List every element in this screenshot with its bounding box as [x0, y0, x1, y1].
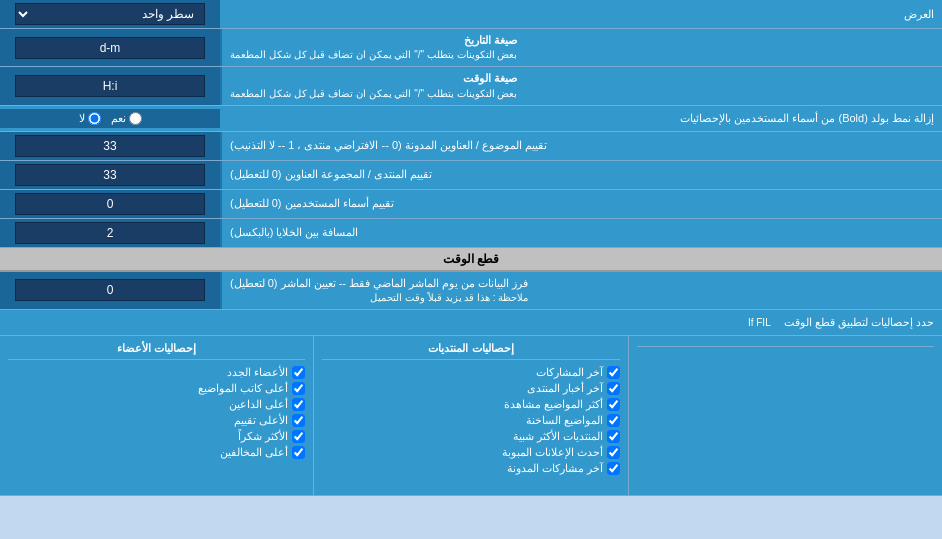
checkbox-forum-news: آخر أخبار المنتدى: [322, 382, 619, 395]
cb-top-writer[interactable]: [292, 382, 305, 395]
cb-top-inviters[interactable]: [292, 398, 305, 411]
checkbox-top-inviters: أعلى الداعين: [8, 398, 305, 411]
cutoff-section-header: قطع الوقت: [0, 248, 942, 271]
stats-limit-label: حدد إحصاليات لتطبيق قطع الوقت If FIL: [0, 313, 942, 332]
checkbox-last-posts: آخر المشاركات: [322, 366, 619, 379]
checkbox-top-writer: أعلى كاتب المواضيع: [8, 382, 305, 395]
col2-header: إحصاليات المنتديات: [322, 340, 619, 360]
checkbox-most-forums: المنتديات الأكثر شبية: [322, 430, 619, 443]
cb-top-rated[interactable]: [292, 414, 305, 427]
forum-sort-input[interactable]: 33: [15, 164, 205, 186]
cutoff-label: فرز البيانات من يوم الماشر الماضي فقط --…: [220, 272, 942, 309]
cb-most-forums[interactable]: [607, 430, 620, 443]
bold-remove-label: إزالة نمط بولد (Bold) من أسماء المستخدمي…: [220, 109, 942, 128]
user-names-input[interactable]: 0: [15, 193, 205, 215]
bold-no-radio[interactable]: [88, 112, 101, 125]
topic-sort-label: تقييم الموضوع / العناوين المدونة (0 -- ا…: [220, 132, 942, 160]
cb-most-thanks[interactable]: [292, 430, 305, 443]
checkbox-col-members: إحصاليات الأعضاء الأعضاء الجدد أعلى كاتب…: [0, 336, 313, 495]
cb-blog-posts[interactable]: [607, 462, 620, 475]
cell-distance-input[interactable]: 2: [15, 222, 205, 244]
checkbox-new-members: الأعضاء الجدد: [8, 366, 305, 379]
cb-most-viewed[interactable]: [607, 398, 620, 411]
display-label: العرض: [220, 5, 942, 24]
cb-forum-news[interactable]: [607, 382, 620, 395]
cb-hot-topics[interactable]: [607, 414, 620, 427]
time-format-label: صيغة الوقت بعض التكوينات يتطلب "/" التي …: [220, 67, 942, 104]
cb-new-members[interactable]: [292, 366, 305, 379]
checkbox-col-forums: إحصاليات المنتديات آخر المشاركات آخر أخب…: [313, 336, 627, 495]
topic-sort-input[interactable]: 33: [15, 135, 205, 157]
cb-top-violators[interactable]: [292, 446, 305, 459]
checkbox-blog-posts: آخر مشاركات المدونة: [322, 462, 619, 475]
display-select[interactable]: سطر واحد سطران ثلاثة أسطر: [15, 3, 205, 25]
date-format-label: صيغة التاريخ بعض التكوينات يتطلب "/" الت…: [220, 29, 942, 66]
bold-no-label: لا: [79, 112, 101, 125]
checkbox-most-viewed: أكثر المواضيع مشاهدة: [322, 398, 619, 411]
checkbox-top-rated: الأعلى تقييم: [8, 414, 305, 427]
checkbox-col-empty: [628, 336, 942, 495]
bold-yes-label: نعم: [111, 112, 142, 125]
bold-yes-radio[interactable]: [129, 112, 142, 125]
user-names-label: تقييم أسماء المستخدمين (0 للتعطيل): [220, 190, 942, 218]
cutoff-input[interactable]: 0: [15, 279, 205, 301]
cb-last-posts[interactable]: [607, 366, 620, 379]
checkbox-hot-topics: المواضيع الساخنة: [322, 414, 619, 427]
col1-header: إحصاليات الأعضاء: [8, 340, 305, 360]
cb-classifieds[interactable]: [607, 446, 620, 459]
time-format-input[interactable]: H:i: [15, 75, 205, 97]
checkbox-top-violators: أعلى المخالفين: [8, 446, 305, 459]
date-format-input[interactable]: d-m: [15, 37, 205, 59]
cell-distance-label: المسافة بين الخلايا (بالبكسل): [220, 219, 942, 247]
checkbox-most-thanks: الأكثر شكراً: [8, 430, 305, 443]
checkbox-classifieds: أحدث الإعلانات المبوبة: [322, 446, 619, 459]
forum-sort-label: تقييم المنتدى / المجموعة العناوين (0 للت…: [220, 161, 942, 189]
